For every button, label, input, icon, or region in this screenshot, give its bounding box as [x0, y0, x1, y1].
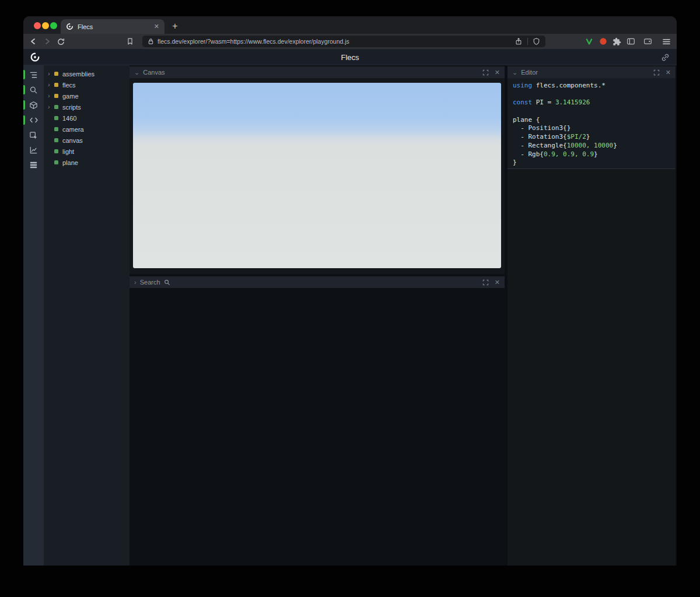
fullscreen-icon[interactable] — [482, 69, 489, 76]
code-line — [513, 90, 676, 99]
entity-color-square — [54, 149, 58, 153]
collapse-chevron-icon[interactable]: ⌄ — [134, 69, 139, 76]
page-title: Flecs — [23, 49, 677, 65]
editor-panel-title: Editor — [521, 69, 538, 76]
cube-icon[interactable] — [23, 99, 44, 111]
address-bar[interactable]: flecs.dev/explorer/?wasm=https://www.fle… — [142, 36, 545, 47]
fullscreen-icon[interactable] — [482, 279, 489, 286]
reload-icon[interactable] — [54, 34, 67, 49]
3d-canvas-viewport[interactable] — [133, 83, 501, 268]
expand-arrow-icon[interactable]: › — [48, 71, 54, 77]
tree-item-light[interactable]: light — [44, 146, 130, 157]
code-line: using flecs.components.* — [513, 82, 676, 90]
extensions-puzzle-icon[interactable] — [610, 34, 623, 49]
share-link-icon[interactable] — [661, 53, 670, 62]
extension-red-icon[interactable] — [597, 34, 610, 49]
empty-panel-area — [130, 288, 505, 566]
traffic-zoom-button[interactable] — [50, 22, 57, 29]
tree-item-scripts[interactable]: ›scripts — [44, 101, 130, 113]
extension-vimium-icon[interactable] — [583, 34, 596, 49]
brave-shield-icon[interactable] — [533, 37, 540, 45]
editor-panel-header[interactable]: ⌄ Editor ✕ — [508, 66, 676, 78]
search-panel-header[interactable]: › Search ✕ — [130, 276, 505, 288]
menu-hamburger-icon[interactable] — [660, 34, 673, 49]
tree-item-canvas[interactable]: canvas — [44, 135, 130, 146]
sidebar-toggle-icon[interactable] — [624, 34, 637, 49]
tab-close-icon[interactable]: ✕ — [154, 23, 159, 30]
share-icon[interactable] — [514, 37, 523, 45]
tree-item-game[interactable]: ›game — [44, 90, 130, 101]
bookmark-icon[interactable] — [124, 34, 136, 49]
tree-item-camera[interactable]: camera — [44, 124, 130, 135]
collapse-chevron-icon[interactable]: ⌄ — [512, 69, 517, 76]
wallet-icon[interactable] — [641, 34, 654, 49]
tree-item-plane[interactable]: plane — [44, 157, 130, 168]
entity-tree: ›assemblies›flecs›game›scripts1460camera… — [44, 65, 130, 566]
entity-label: assemblies — [62, 71, 94, 78]
chart-icon[interactable] — [23, 143, 44, 156]
rows-icon[interactable] — [23, 159, 44, 171]
lock-icon — [148, 38, 154, 45]
entity-label: camera — [62, 126, 84, 133]
fullscreen-icon[interactable] — [653, 69, 660, 76]
close-panel-icon[interactable]: ✕ — [495, 279, 500, 286]
canvas-panel-body — [130, 78, 505, 274]
code-line: - Position3{} — [513, 124, 676, 133]
entity-color-square — [54, 127, 58, 131]
entity-tree-icon[interactable] — [23, 68, 44, 81]
editor-code[interactable]: using flecs.components.* const PI = 3.14… — [508, 78, 676, 169]
entity-label: 1460 — [62, 115, 76, 122]
tree-item-flecs[interactable]: ›flecs — [44, 79, 130, 90]
browser-tab-bar: Flecs ✕ + — [23, 16, 677, 34]
left-toolbar — [23, 65, 44, 566]
entity-color-square — [54, 72, 58, 76]
traffic-minimize-button[interactable] — [42, 22, 49, 29]
entity-label: canvas — [62, 137, 83, 144]
browser-toolbar: flecs.dev/explorer/?wasm=https://www.fle… — [23, 34, 677, 49]
code-line: - Rectangle{10000, 10000} — [513, 142, 676, 150]
code-icon[interactable] — [23, 114, 44, 127]
entity-color-square — [54, 138, 58, 142]
close-panel-icon[interactable]: ✕ — [666, 69, 671, 76]
forward-icon[interactable] — [41, 34, 54, 49]
back-icon[interactable] — [27, 34, 40, 49]
canvas-panel-title: Canvas — [143, 69, 164, 76]
entity-label: game — [62, 93, 79, 100]
expand-chevron-icon[interactable]: › — [134, 279, 136, 286]
expand-arrow-icon[interactable]: › — [48, 93, 54, 99]
tree-item-1460[interactable]: 1460 — [44, 113, 130, 124]
code-line: - Rotation3{$PI/2} — [513, 133, 676, 142]
entity-color-square — [54, 160, 58, 164]
tree-item-assemblies[interactable]: ›assemblies — [44, 68, 130, 79]
close-panel-icon[interactable]: ✕ — [495, 69, 500, 76]
code-line: plane { — [513, 116, 676, 125]
code-line — [513, 107, 676, 116]
entity-color-square — [54, 94, 58, 98]
app-content: ›assemblies›flecs›game›scripts1460camera… — [23, 65, 677, 566]
traffic-close-button[interactable] — [34, 22, 41, 29]
entity-label: light — [62, 148, 74, 155]
code-line: const PI = 3.1415926 — [513, 99, 676, 107]
toolbar-separator — [527, 38, 528, 45]
entity-label: flecs — [62, 82, 76, 89]
entity-label: scripts — [62, 104, 81, 111]
canvas-panel-header[interactable]: ⌄ Canvas ✕ — [130, 66, 505, 78]
browser-tab[interactable]: Flecs ✕ — [61, 19, 164, 34]
inspect-icon[interactable] — [23, 129, 44, 142]
main-column: ⌄ Canvas ✕ › Search — [130, 65, 505, 566]
expand-arrow-icon[interactable]: › — [48, 104, 54, 110]
new-tab-button[interactable]: + — [168, 19, 182, 33]
url-text: flecs.dev/explorer/?wasm=https://www.fle… — [158, 38, 510, 45]
search-magnifier-icon — [164, 279, 170, 286]
browser-window: Flecs ✕ + flecs.dev/explorer/?wasm=https… — [23, 16, 677, 566]
tab-favicon-flecs-icon — [66, 23, 74, 30]
entity-label: plane — [62, 159, 78, 166]
entity-color-square — [54, 83, 58, 87]
search-icon[interactable] — [23, 83, 44, 96]
expand-arrow-icon[interactable]: › — [48, 82, 54, 88]
code-line: } — [513, 159, 676, 167]
editor-column: ⌄ Editor ✕ using flecs.components.* cons… — [508, 65, 676, 566]
entity-color-square — [54, 105, 58, 109]
search-panel-title: Search — [140, 279, 160, 286]
desktop-background: Flecs ✕ + flecs.dev/explorer/?wasm=https… — [0, 0, 700, 597]
